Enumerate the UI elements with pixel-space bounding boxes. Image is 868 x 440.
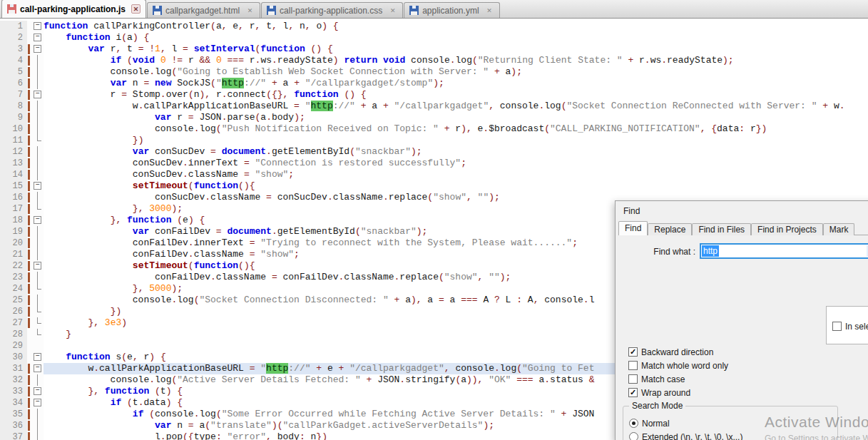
line-number: 5 [0, 66, 27, 78]
fold-margin [32, 340, 44, 352]
line-number: 11 [0, 135, 27, 146]
line-number: 37 [0, 431, 27, 440]
code-line-14[interactable]: 14 conSucDev.className = "show"; [0, 169, 868, 180]
fold-collapse-icon[interactable]: − [32, 180, 44, 192]
fold-collapse-icon[interactable]: − [32, 44, 44, 55]
fold-collapse-icon[interactable]: − [32, 260, 44, 272]
change-marker [27, 192, 32, 203]
search-mode-group: Search Mode NormalExtended (\n, \r, \t, … [623, 406, 838, 440]
code-line-9[interactable]: 9 var r = JSON.parse(a.body); [0, 112, 868, 123]
fold-margin [32, 431, 44, 440]
radio-normal[interactable]: Normal [629, 416, 742, 430]
change-marker [27, 44, 32, 55]
fold-collapse-icon[interactable]: − [32, 215, 44, 226]
change-marker [27, 203, 32, 215]
change-marker [27, 397, 32, 409]
close-tab-icon[interactable]: ✕ [388, 6, 397, 15]
code-line-2[interactable]: 2− function i(a) { [0, 32, 868, 44]
code-line-11[interactable]: 11 }) [0, 135, 868, 146]
code-line-12[interactable]: 12 var conSucDev = document.getElementBy… [0, 146, 868, 158]
change-marker [27, 55, 32, 66]
line-number: 23 [0, 272, 27, 283]
code-line-15[interactable]: 15− setTimeout(function(){ [0, 180, 868, 192]
close-tab-icon[interactable]: ✕ [245, 6, 255, 15]
find-dialog-tab-find-in-files[interactable]: Find in Files [692, 223, 751, 235]
search-mode-options: NormalExtended (\n, \r, \t, \0, \x...)Re… [629, 416, 742, 440]
code-line-6[interactable]: 6 var n = new SockJS("http://" + a + "/c… [0, 78, 868, 89]
change-margin [27, 340, 32, 352]
radio-label: Extended (\n, \r, \t, \0, \x...) [642, 432, 742, 440]
change-marker [27, 180, 32, 192]
fold-collapse-icon[interactable]: − [32, 363, 44, 374]
radio-circle [629, 419, 638, 428]
tab-call-parking-application-css[interactable]: call-parking-application.css✕ [261, 2, 403, 18]
code-text: var n = new SockJS("http://" + a + "/cal… [44, 78, 868, 89]
find-what-input[interactable]: http ▾ [700, 243, 868, 259]
fold-margin [32, 66, 44, 78]
fold-collapse-icon[interactable]: − [32, 89, 44, 101]
line-number: 21 [0, 249, 27, 260]
find-dialog-tab-mark[interactable]: Mark [823, 223, 855, 235]
change-marker [27, 146, 32, 158]
tab-label: application.yml [422, 6, 479, 16]
fold-margin [32, 317, 44, 329]
fold-box: − [34, 91, 41, 98]
fold-collapse-icon[interactable]: − [32, 21, 44, 32]
fold-collapse-icon[interactable]: − [32, 32, 44, 44]
find-dialog-tab-replace[interactable]: Replace [648, 223, 692, 235]
fold-box: − [34, 399, 41, 406]
find-dialog-tab-find[interactable]: Find [618, 221, 648, 235]
change-marker [27, 283, 32, 295]
fold-margin [32, 146, 44, 158]
checkbox-match-case[interactable]: Match case [628, 372, 728, 386]
code-text: function i(a) { [44, 32, 868, 44]
line-number: 15 [0, 180, 27, 192]
tab-call-parking-application-js[interactable]: call-parking-application.js✕ [1, 0, 146, 18]
code-line-1[interactable]: 1−function callParkingController(a, e, r… [0, 21, 868, 32]
close-tab-icon[interactable]: ✕ [131, 4, 141, 14]
checkbox-backward-direction[interactable]: ✓Backward direction [628, 345, 728, 359]
code-line-8[interactable]: 8 w.callParkApplicationBaseURL = "http:/… [0, 101, 868, 112]
find-dialog-tab-find-in-projects[interactable]: Find in Projects [751, 223, 823, 235]
in-selection-checkbox[interactable]: In selection [832, 319, 868, 333]
code-text: console.log("Push Notification Received … [44, 123, 868, 135]
code-text: if (void 0 != r && 0 === r.ws.readyState… [44, 55, 868, 66]
code-line-10[interactable]: 10 console.log("Push Notification Receiv… [0, 123, 868, 135]
fold-box: − [34, 34, 41, 41]
radio-extended-n-r-t-0-x[interactable]: Extended (\n, \r, \t, \0, \x...) [629, 430, 742, 440]
change-marker [27, 272, 32, 283]
line-number: 31 [0, 363, 27, 374]
change-margin [27, 32, 32, 44]
fold-collapse-icon[interactable]: − [32, 352, 44, 363]
line-number: 14 [0, 169, 27, 180]
line-number: 27 [0, 317, 27, 329]
close-tab-icon[interactable]: ✕ [485, 6, 494, 15]
code-line-4[interactable]: 4 if (void 0 != r && 0 === r.ws.readySta… [0, 55, 868, 66]
fold-margin [32, 112, 44, 123]
code-text: r = Stomp.over(n), r.connect({}, functio… [44, 89, 868, 101]
change-marker [27, 431, 32, 440]
code-text: var r = JSON.parse(a.body); [44, 112, 868, 123]
fold-collapse-icon[interactable]: − [32, 386, 44, 397]
line-number: 18 [0, 215, 27, 226]
checkbox-box [628, 374, 638, 384]
line-number: 2 [0, 32, 27, 44]
change-marker [27, 363, 32, 374]
code-line-5[interactable]: 5 console.log("Going to Establish Web So… [0, 66, 868, 78]
fold-margin [32, 169, 44, 180]
checkbox-match-whole-word-only[interactable]: Match whole word only [628, 359, 728, 372]
fold-collapse-icon[interactable]: − [32, 397, 44, 409]
line-number: 12 [0, 146, 27, 158]
line-number: 28 [0, 329, 27, 340]
tab-application-yml[interactable]: application.yml✕ [404, 2, 499, 18]
checkbox-wrap-around[interactable]: ✓Wrap around [628, 386, 728, 399]
code-line-3[interactable]: 3− var r, t = !1, l = setInterval(functi… [0, 44, 868, 55]
code-line-7[interactable]: 7− r = Stomp.over(n), r.connect({}, func… [0, 89, 868, 101]
change-marker [27, 295, 32, 306]
fold-margin [32, 329, 44, 340]
tab-callparkgadget-html[interactable]: callparkgadget.html✕ [147, 2, 260, 18]
line-number: 30 [0, 352, 27, 363]
code-line-13[interactable]: 13 conSucDev.innerText = "Connection is … [0, 158, 868, 169]
change-marker [27, 306, 32, 317]
file-saved-icon [267, 6, 276, 15]
